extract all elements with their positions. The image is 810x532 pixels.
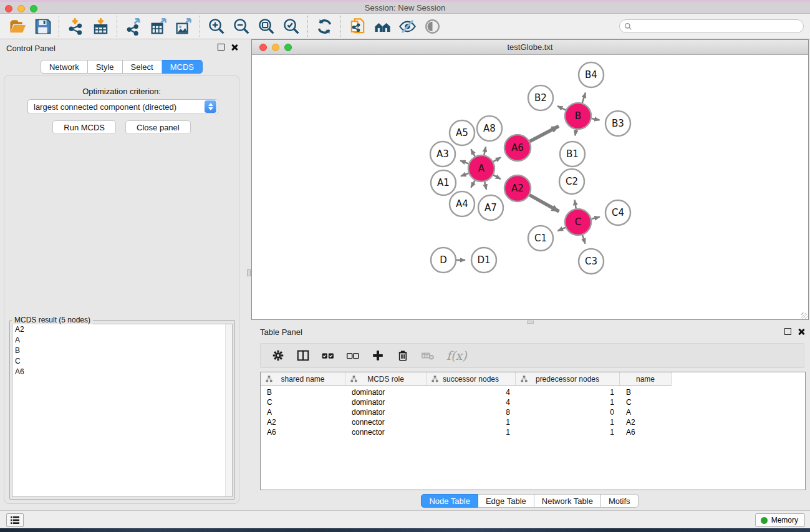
table-cell[interactable]: 1 bbox=[427, 427, 516, 437]
import-network-button[interactable] bbox=[63, 15, 88, 37]
splitter-handle[interactable] bbox=[247, 269, 251, 276]
table-cell[interactable]: dominator bbox=[345, 407, 427, 417]
result-item[interactable]: C bbox=[12, 356, 232, 367]
table-row[interactable]: Cdominator41C bbox=[261, 397, 672, 407]
table-row[interactable]: A2connector11A2 bbox=[261, 417, 672, 427]
column-header-successor-nodes[interactable]: successor nodes bbox=[427, 372, 516, 386]
edge-B-B4[interactable] bbox=[582, 93, 586, 103]
save-session-button[interactable] bbox=[30, 15, 55, 37]
table-cell[interactable]: connector bbox=[345, 427, 427, 437]
control-tab-select[interactable]: Select bbox=[123, 60, 162, 74]
edge-A6-B[interactable] bbox=[529, 126, 559, 141]
deselect-all-columns-button[interactable] bbox=[342, 346, 364, 365]
float-table-panel-icon[interactable] bbox=[784, 328, 791, 335]
hide-selected-button[interactable] bbox=[395, 15, 420, 37]
network-graph[interactable]: AA1A2A3A4A5A6A7A8BB1B2B3B4CC1C2C3C4DD1 bbox=[252, 55, 808, 319]
zoom-out-button[interactable] bbox=[229, 15, 254, 37]
export-table-button[interactable] bbox=[146, 15, 171, 37]
edge-A-A3[interactable] bbox=[460, 160, 468, 163]
edge-B-B1[interactable] bbox=[575, 130, 576, 136]
table-tab-network-table[interactable]: Network Table bbox=[534, 494, 601, 508]
zoom-window-button[interactable] bbox=[30, 5, 37, 12]
table-cell[interactable]: connector bbox=[345, 417, 427, 427]
delete-columns-button[interactable] bbox=[392, 346, 414, 365]
control-tab-network[interactable]: Network bbox=[41, 60, 88, 74]
open-file-button[interactable] bbox=[5, 15, 30, 37]
table-cell[interactable]: dominator bbox=[345, 397, 427, 407]
select-all-columns-button[interactable] bbox=[317, 346, 339, 365]
memory-button[interactable]: Memory bbox=[755, 513, 805, 527]
table-tab-motifs[interactable]: Motifs bbox=[601, 494, 639, 508]
edge-A-A1[interactable] bbox=[461, 173, 468, 177]
table-cell[interactable]: C bbox=[261, 397, 345, 407]
edge-C-C1[interactable] bbox=[558, 228, 566, 231]
search-input[interactable] bbox=[632, 21, 803, 32]
node-table[interactable]: shared nameMCDS rolesuccessor nodesprede… bbox=[260, 372, 806, 490]
minimize-window-button[interactable] bbox=[17, 5, 25, 12]
table-cell[interactable]: B bbox=[261, 387, 345, 397]
result-item[interactable]: A6 bbox=[12, 367, 232, 377]
table-tab-edge-table[interactable]: Edge Table bbox=[478, 494, 534, 508]
run-mcds-button[interactable]: Run MCDS bbox=[52, 120, 116, 134]
table-settings-button[interactable] bbox=[267, 346, 289, 365]
table-cell[interactable]: A6 bbox=[620, 427, 672, 437]
table-cell[interactable]: A bbox=[620, 407, 672, 417]
show-all-button[interactable] bbox=[420, 15, 445, 37]
zoom-in-button[interactable] bbox=[204, 15, 229, 37]
apply-layout-button[interactable] bbox=[312, 15, 337, 37]
toolbar-search[interactable] bbox=[619, 19, 804, 33]
table-row[interactable]: A6connector11A6 bbox=[261, 427, 672, 437]
edge-A-A6[interactable] bbox=[493, 157, 501, 162]
edge-C-C4[interactable] bbox=[591, 217, 599, 219]
first-neighbors-button[interactable] bbox=[370, 15, 395, 37]
table-cell[interactable]: 1 bbox=[516, 427, 620, 437]
table-cell[interactable]: B bbox=[620, 387, 672, 397]
zoom-fit-button[interactable] bbox=[254, 15, 279, 37]
table-row[interactable]: Adominator80A bbox=[261, 407, 672, 417]
table-cell[interactable]: A2 bbox=[620, 417, 672, 427]
edge-A-A2[interactable] bbox=[493, 175, 501, 179]
network-zoom-button[interactable] bbox=[284, 44, 292, 51]
edge-C-C2[interactable] bbox=[575, 200, 576, 209]
table-row[interactable]: Bdominator41B bbox=[261, 387, 672, 397]
edge-A-A5[interactable] bbox=[471, 149, 475, 156]
table-cell[interactable]: 1 bbox=[427, 417, 516, 427]
edge-A-A7[interactable] bbox=[485, 181, 486, 189]
result-item[interactable]: A bbox=[12, 335, 232, 346]
result-item[interactable]: A2 bbox=[12, 324, 232, 335]
edge-A-A4[interactable] bbox=[471, 180, 475, 187]
table-tab-node-table[interactable]: Node Table bbox=[421, 494, 478, 508]
network-canvas[interactable]: AA1A2A3A4A5A6A7A8BB1B2B3B4CC1C2C3C4DD1 bbox=[252, 55, 808, 319]
table-cell[interactable]: 0 bbox=[516, 407, 620, 417]
table-cell[interactable]: C bbox=[620, 397, 672, 407]
close-table-panel-icon[interactable] bbox=[798, 328, 805, 336]
table-cell[interactable]: A6 bbox=[261, 427, 345, 437]
import-table-button[interactable] bbox=[88, 15, 113, 37]
task-history-button[interactable] bbox=[6, 513, 24, 527]
column-header-MCDS-role[interactable]: MCDS role bbox=[345, 372, 427, 386]
zoom-selected-button[interactable] bbox=[279, 15, 304, 37]
export-network-button[interactable] bbox=[121, 15, 146, 37]
create-column-button[interactable] bbox=[367, 346, 389, 365]
column-header-shared-name[interactable]: shared name bbox=[261, 372, 345, 386]
column-header-name[interactable]: name bbox=[620, 372, 672, 386]
close-panel-icon[interactable] bbox=[231, 44, 238, 51]
edge-B-B3[interactable] bbox=[592, 118, 600, 120]
optimization-criterion-select[interactable]: largest connected component (directed) bbox=[27, 99, 218, 114]
show-column-panel-button[interactable] bbox=[292, 346, 314, 365]
edge-C-C3[interactable] bbox=[582, 235, 586, 244]
edge-A-A8[interactable] bbox=[484, 147, 486, 155]
control-tab-style[interactable]: Style bbox=[88, 60, 123, 74]
mcds-result-list[interactable]: A2ABCA6 bbox=[12, 324, 233, 497]
close-window-button[interactable] bbox=[5, 5, 12, 12]
table-cell[interactable]: 1 bbox=[516, 397, 620, 407]
control-tab-mcds[interactable]: MCDS bbox=[162, 60, 203, 74]
table-cell[interactable]: 8 bbox=[427, 407, 516, 417]
column-header-predecessor-nodes[interactable]: predecessor nodes bbox=[516, 372, 620, 386]
edge-B-B2[interactable] bbox=[557, 106, 566, 110]
network-style-button[interactable] bbox=[345, 15, 370, 37]
table-cell[interactable]: A2 bbox=[261, 417, 345, 427]
table-cell[interactable]: dominator bbox=[345, 387, 427, 397]
network-minimize-button[interactable] bbox=[272, 44, 279, 51]
close-panel-button[interactable]: Close panel bbox=[125, 120, 191, 134]
